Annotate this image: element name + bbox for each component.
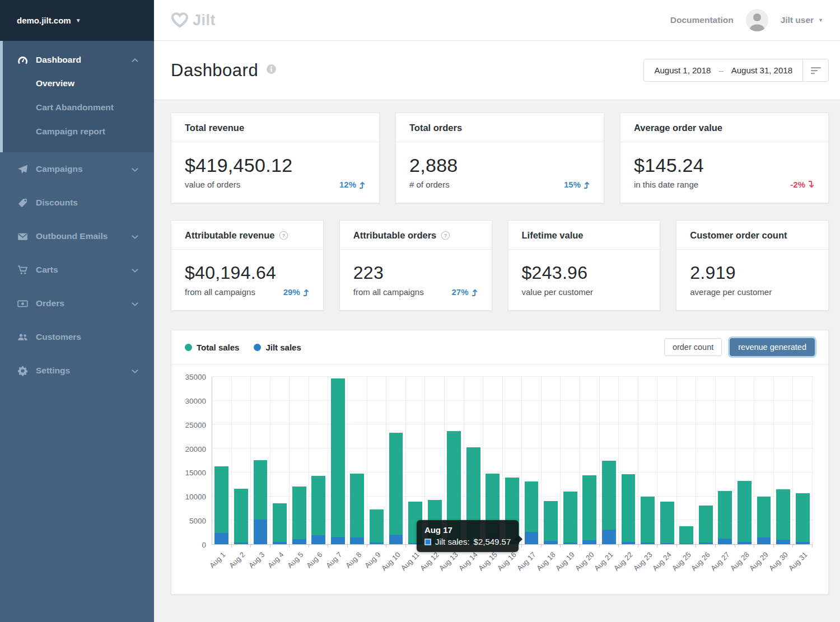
chart-bar-slot[interactable] [425, 377, 445, 544]
bar-jilt-sales[interactable] [234, 543, 248, 544]
bar-total-sales[interactable] [622, 474, 636, 544]
bar-total-sales[interactable] [699, 506, 713, 544]
bar-jilt-sales[interactable] [602, 530, 616, 544]
bar-jilt-sales[interactable] [214, 533, 228, 545]
bar-total-sales[interactable] [292, 487, 306, 544]
chart-bar-slot[interactable] [232, 377, 251, 544]
bar-total-sales[interactable] [370, 509, 384, 544]
chart-bar-slot[interactable] [328, 377, 348, 544]
bar-total-sales[interactable] [582, 475, 596, 544]
bar-jilt-sales[interactable] [370, 543, 384, 544]
bar-total-sales[interactable] [679, 526, 693, 544]
bar-jilt-sales[interactable] [563, 543, 577, 544]
chart-bar-slot[interactable] [270, 377, 290, 544]
bar-jilt-sales[interactable] [718, 539, 732, 544]
sidebar-item-dashboard[interactable]: Dashboard [0, 49, 154, 71]
documentation-link[interactable]: Documentation [670, 15, 734, 25]
sidebar-item-discounts[interactable]: Discounts [0, 186, 154, 219]
chart-bar-slot[interactable] [600, 377, 619, 544]
bar-jilt-sales[interactable] [273, 542, 287, 544]
bar-jilt-sales[interactable] [622, 542, 636, 544]
sidebar-item-outbound-emails[interactable]: Outbound Emails [0, 219, 154, 253]
bar-total-sales[interactable] [660, 502, 674, 544]
sidebar-item-carts[interactable]: Carts [0, 253, 154, 287]
bar-total-sales[interactable] [389, 433, 403, 544]
legend-total-sales[interactable]: Total sales [185, 343, 239, 352]
chart-bar-slot[interactable] [367, 377, 387, 544]
chart-bar-slot[interactable] [561, 377, 580, 544]
sidebar-item-settings[interactable]: Settings [0, 354, 154, 387]
bar-jilt-sales[interactable] [796, 542, 810, 544]
bar-total-sales[interactable] [563, 492, 577, 544]
chart-bar-slot[interactable] [483, 377, 503, 544]
bar-total-sales[interactable] [544, 501, 558, 544]
bar-jilt-sales[interactable] [331, 537, 345, 544]
bar-total-sales[interactable] [234, 489, 248, 544]
bar-total-sales[interactable] [738, 481, 752, 544]
chart-bar-slot[interactable] [212, 377, 232, 544]
chart-bar-slot[interactable] [464, 377, 484, 544]
sidebar-item-campaigns[interactable]: Campaigns [0, 152, 154, 186]
date-range-picker[interactable]: August 1, 2018 – August 31, 2018 [643, 59, 829, 82]
chart-bar-slot[interactable] [580, 377, 600, 544]
bar-total-sales[interactable] [796, 493, 810, 544]
bar-jilt-sales[interactable] [679, 544, 693, 544]
chart-bar-slot[interactable] [503, 377, 522, 544]
bar-jilt-sales[interactable] [389, 535, 403, 544]
bar-total-sales[interactable] [350, 474, 364, 544]
chart-bar-slot[interactable] [386, 377, 406, 544]
bar-total-sales[interactable] [311, 476, 325, 544]
bar-jilt-sales[interactable] [582, 540, 596, 544]
chart-bar-slot[interactable] [716, 377, 735, 544]
bar-jilt-sales[interactable] [738, 542, 752, 544]
bar-total-sales[interactable] [776, 489, 790, 544]
bar-jilt-sales[interactable] [757, 537, 771, 544]
help-icon[interactable]: ? [279, 231, 288, 240]
bar-jilt-sales[interactable] [292, 539, 306, 544]
chart-bar-slot[interactable] [309, 377, 329, 544]
chart-bar-slot[interactable] [542, 377, 561, 544]
chart-bar-slot[interactable] [696, 377, 716, 544]
legend-jilt-sales[interactable]: Jilt sales [254, 343, 301, 352]
bar-jilt-sales[interactable] [544, 541, 558, 544]
avatar[interactable] [746, 9, 768, 31]
bar-jilt-sales[interactable] [525, 532, 539, 544]
chart-bar-slot[interactable] [522, 377, 542, 544]
info-icon[interactable] [266, 64, 277, 77]
bar-jilt-sales[interactable] [776, 540, 790, 544]
bar-total-sales[interactable] [331, 378, 345, 544]
sidebar-item-overview[interactable]: Overview [0, 71, 154, 95]
bar-jilt-sales[interactable] [254, 520, 268, 544]
chart-bar-slot[interactable] [793, 377, 813, 544]
bar-jilt-sales[interactable] [311, 535, 325, 544]
user-menu[interactable]: Jilt user ▼ [781, 15, 823, 25]
order-count-button[interactable]: order count [664, 338, 722, 356]
chart-bar-slot[interactable] [677, 377, 697, 544]
help-icon[interactable]: ? [441, 231, 450, 240]
sidebar-item-cart-abandonment[interactable]: Cart Abandonment [0, 95, 154, 119]
bar-jilt-sales[interactable] [660, 543, 674, 544]
bar-total-sales[interactable] [718, 491, 732, 544]
chart-bar-slot[interactable] [657, 377, 677, 544]
bar-jilt-sales[interactable] [641, 543, 655, 544]
filter-icon[interactable] [802, 59, 828, 81]
chart-bar-slot[interactable] [774, 377, 794, 544]
chart-bar-slot[interactable] [406, 377, 426, 544]
chart-bar-slot[interactable] [348, 377, 367, 544]
chart-bar-slot[interactable] [445, 377, 464, 544]
sidebar-item-campaign-report[interactable]: Campaign report [0, 119, 154, 143]
bar-jilt-sales[interactable] [699, 543, 713, 544]
chart-bar-slot[interactable] [754, 377, 774, 544]
bar-jilt-sales[interactable] [350, 537, 364, 544]
chart-bar-slot[interactable] [619, 377, 638, 544]
bar-total-sales[interactable] [273, 503, 287, 544]
chart-bar-slot[interactable] [735, 377, 755, 544]
sidebar-item-orders[interactable]: Orders [0, 287, 154, 320]
revenue-generated-button[interactable]: revenue generated [730, 338, 815, 356]
site-switcher[interactable]: demo.jilt.com ▼ [0, 0, 154, 41]
chart-bar-slot[interactable] [251, 377, 270, 544]
sidebar-item-customers[interactable]: Customers [0, 320, 154, 354]
chart-bar-slot[interactable] [638, 377, 658, 544]
bar-total-sales[interactable] [641, 497, 655, 544]
chart-bar-slot[interactable] [290, 377, 309, 544]
